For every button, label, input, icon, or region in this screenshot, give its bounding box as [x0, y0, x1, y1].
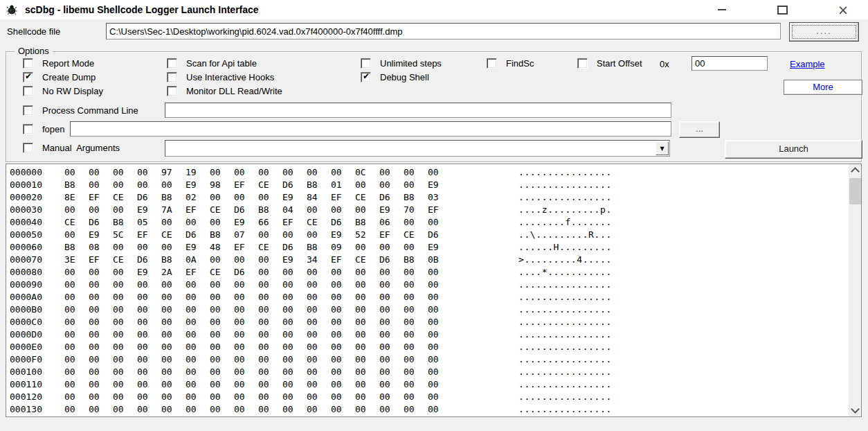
vertical-scrollbar[interactable] — [849, 164, 861, 416]
app-window: scDbg - libemu Shellcode Logger Launch I… — [0, 0, 868, 431]
check-icon: ✔ — [25, 71, 32, 82]
checkbox-label: Use Interactive Hooks — [186, 72, 274, 82]
hex-offset: 0000D0 — [10, 328, 64, 341]
hex-bytes: 00000000000000000000000000000000 — [64, 354, 452, 364]
hex-ascii: ................ — [518, 304, 612, 316]
hex-offset: 000020 — [10, 191, 64, 204]
shellcode-file-label: Shellcode file — [7, 26, 60, 37]
hex-ascii: ....z.........p. — [518, 204, 612, 216]
hex-ascii: ....*........... — [518, 266, 612, 279]
combobox-dropdown-button[interactable]: ▼ — [655, 141, 669, 155]
hex-row: 00012000000000000000000000000000000000..… — [6, 391, 849, 403]
hex-offset: 000000 — [10, 166, 64, 179]
hex-ascii: ................ — [518, 291, 612, 304]
fopen-browse-button[interactable]: ... — [679, 121, 720, 138]
hex-row: 0000703EEFCED6B80A000000E934EFCED6B80B>.… — [6, 254, 849, 266]
hex-bytes: 00000000000000000000000000000000 — [64, 279, 452, 290]
hex-row: 000060B808000000E948EFCED6B809000000E9..… — [6, 241, 849, 254]
example-link[interactable]: Example — [790, 59, 825, 69]
shellcode-browse-button[interactable]: .... — [789, 22, 859, 42]
hex-row: 0000A000000000000000000000000000000000..… — [6, 291, 849, 304]
start-offset-input[interactable] — [691, 56, 768, 71]
hex-row: 00010000000000000000000000000000000000..… — [6, 366, 849, 378]
checkbox-box — [23, 124, 33, 134]
close-button[interactable]: × — [827, 0, 859, 19]
hex-offset: 000070 — [10, 254, 64, 266]
checkbox-box — [167, 72, 177, 82]
chevron-down-icon — [851, 405, 860, 414]
checkbox-label: FindSc — [506, 58, 534, 69]
hex-bytes: 00000000000000000000000000000000 — [64, 329, 452, 340]
checkbox-box — [487, 58, 497, 69]
hex-ascii: ................ — [518, 316, 612, 328]
hex-ascii: ................ — [518, 403, 612, 416]
hex-ascii: ........f....... — [518, 216, 612, 229]
fopen-input[interactable] — [70, 121, 671, 137]
launch-button-label: Launch — [725, 141, 862, 157]
hex-row: 0000F000000000000000000000000000000000..… — [6, 353, 849, 366]
process-cmdline-input[interactable] — [165, 103, 671, 118]
maximize-button[interactable] — [766, 0, 798, 19]
hex-offset: 0000E0 — [10, 341, 64, 353]
hex-row: 00013000000000000000000000000000000000..… — [6, 403, 849, 416]
launch-button[interactable]: Launch — [725, 140, 862, 159]
manual-arguments-combobox[interactable]: ▼ — [165, 140, 670, 157]
hex-offset: 000030 — [10, 204, 64, 216]
minimize-button[interactable] — [706, 0, 738, 19]
hex-ascii: ................ — [518, 166, 612, 179]
minimize-icon — [718, 9, 726, 10]
hex-row: 000030000000E97AEFCED6B804000000E970EF..… — [6, 204, 849, 216]
hex-offset: 000010 — [10, 179, 64, 191]
hex-offset: 0000B0 — [10, 304, 64, 316]
checkbox-label: Start Offset — [597, 58, 642, 69]
title-bar: scDbg - libemu Shellcode Logger Launch I… — [0, 0, 868, 19]
hex-offset: 0000F0 — [10, 353, 64, 366]
hex-bytes: 00000000000000000000000000000000 — [64, 404, 452, 414]
checkbox-label: Debug Shell — [380, 72, 429, 82]
hex-bytes: 00000000000000000000000000000000 — [64, 342, 452, 352]
shellcode-file-input[interactable] — [106, 23, 781, 39]
hex-row: 0000C000000000000000000000000000000000..… — [6, 316, 849, 328]
checkbox-label: Unlimited steps — [380, 58, 442, 69]
hex-row: 000040CED6B805000000E966EFCED6B8060000..… — [6, 216, 849, 229]
hexdump-rows: 0000000000000097190000000000000C000000..… — [6, 166, 849, 416]
hex-offset: 000080 — [10, 266, 64, 279]
hex-ascii: >.........4..... — [518, 254, 612, 266]
more-button[interactable]: More — [784, 80, 862, 95]
scrollbar-thumb[interactable] — [849, 178, 861, 204]
hex-row: 0000D000000000000000000000000000000000..… — [6, 328, 849, 341]
hex-offset: 000120 — [10, 391, 64, 403]
checkbox-label: Create Dump — [42, 72, 96, 82]
scroll-up-button[interactable] — [849, 164, 861, 176]
hex-bytes: 00E95CEFCED6B807000000E952EFCED6 — [64, 229, 452, 240]
hex-bytes: 3EEFCED6B80A000000E934EFCED6B80B — [64, 254, 452, 265]
hex-bytes: B800000000E998EFCED6B801000000E9 — [64, 179, 452, 190]
checkbox-label: fopen — [42, 124, 65, 134]
hexdump-panel: 0000000000000097190000000000000C000000..… — [6, 164, 862, 417]
hex-ascii: ................ — [518, 341, 612, 353]
hex-row: 000080000000E92AEFCED60000000000000000..… — [6, 266, 849, 279]
options-group-title: Options — [15, 46, 53, 56]
window-title: scDbg - libemu Shellcode Logger Launch I… — [25, 0, 259, 19]
hex-row: 000010B800000000E998EFCED6B801000000E9..… — [6, 179, 849, 191]
options-group: Options Report Mode ✔ Create Dump No RW … — [6, 51, 862, 162]
scroll-down-button[interactable] — [849, 405, 861, 416]
checkbox-box — [167, 58, 177, 69]
checkbox-label: Process Command Line — [42, 105, 138, 116]
hex-ascii: ................ — [518, 279, 612, 291]
hex-offset: 000130 — [10, 403, 64, 416]
hex-bytes: 00000000000000000000000000000000 — [64, 304, 452, 315]
hex-row: 00011000000000000000000000000000000000..… — [6, 378, 849, 391]
hex-offset: 000040 — [10, 216, 64, 229]
hex-ascii: ......H......... — [518, 241, 612, 254]
hex-row: 0000208EEFCED6B802000000E984EFCED6B803..… — [6, 191, 849, 204]
checkbox-label: No RW Display — [42, 86, 103, 96]
checkbox-label: Manual Arguments — [42, 143, 120, 153]
hex-ascii: ................ — [518, 378, 612, 391]
hex-offset: 000110 — [10, 378, 64, 391]
hex-bytes: 000000E97AEFCED6B804000000E970EF — [64, 204, 452, 215]
checkbox-box — [167, 86, 177, 96]
checkbox-label: Monitor DLL Read/Write — [186, 86, 282, 96]
hex-ascii: ................ — [518, 366, 612, 378]
checkbox-box — [23, 58, 33, 69]
